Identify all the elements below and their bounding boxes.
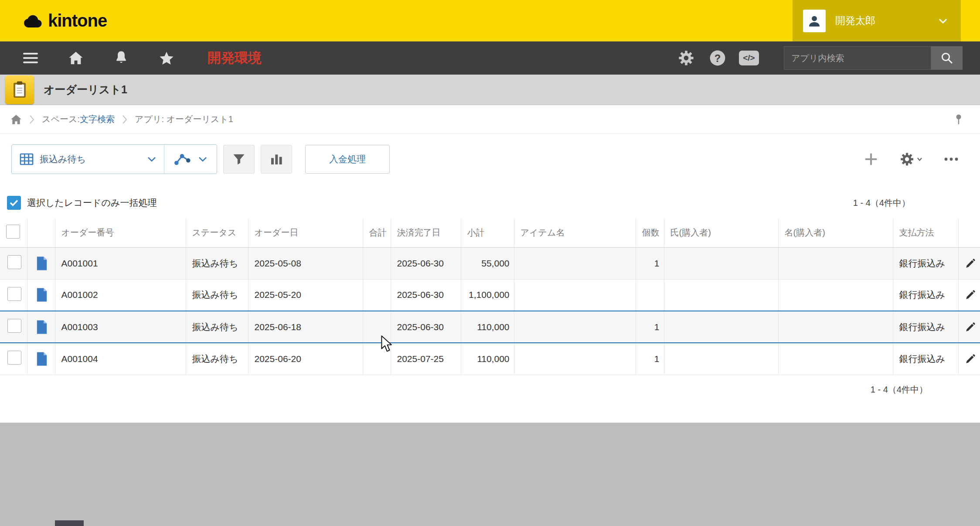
notifications-bell-icon[interactable] (112, 48, 131, 68)
column-header[interactable]: 合計 (363, 219, 391, 247)
bulk-process-label: 選択したレコードのみ一括処理 (27, 197, 157, 209)
settings-gear-icon[interactable] (677, 48, 696, 68)
cell-total (363, 247, 391, 279)
environment-label: 開発環境 (208, 49, 262, 67)
main-content: スペース: 文字検索 アプリ: オーダーリスト1 振込み待ち (0, 105, 980, 423)
view-selector-group: 振込み待ち (11, 144, 217, 174)
column-header[interactable]: 小計 (461, 219, 514, 247)
developer-code-icon[interactable]: </> (739, 48, 759, 68)
cell-payment: 銀行振込み (893, 247, 958, 279)
table-row[interactable]: A001001 振込み待ち 2025-05-08 2025-06-30 55,0… (0, 247, 980, 279)
cell-first-name (778, 343, 893, 375)
app-search (784, 46, 963, 70)
cell-order-date: 2025-05-20 (248, 279, 363, 311)
app-title-band: オーダーリスト1 (0, 75, 980, 105)
cell-last-name (664, 279, 778, 311)
bulk-process-bar: 選択したレコードのみ一括処理 1 - 4（4件中） (7, 195, 963, 211)
brand-name: kintone (48, 11, 107, 31)
breadcrumb-separator-icon (122, 114, 128, 125)
help-icon[interactable]: ? (708, 48, 727, 68)
row-checkbox[interactable] (7, 287, 21, 301)
more-options-button[interactable] (940, 148, 963, 171)
table-view-icon (20, 153, 34, 165)
breadcrumb-home-icon[interactable] (10, 114, 22, 125)
user-menu[interactable]: 開発太郎 (793, 0, 961, 41)
favorites-star-icon[interactable] (157, 48, 176, 68)
global-nav: 開発環境 ? </> (0, 41, 980, 75)
column-header[interactable]: 支払方法 (893, 219, 958, 247)
column-header[interactable]: オーダー日 (248, 219, 363, 247)
breadcrumb-app-label: アプリ: オーダーリスト1 (135, 113, 233, 125)
cell-item-name (514, 343, 636, 375)
table-header-row: オーダー番号 ステータス オーダー日 合計 決済完了日 小計 アイテム名 個数 … (0, 219, 980, 247)
edit-pencil-icon[interactable] (965, 289, 976, 301)
table-row[interactable]: A001002 振込み待ち 2025-05-20 2025-06-30 1,10… (0, 279, 980, 311)
pagination-label: 1 - 4（4件中） (853, 197, 910, 209)
cell-total (363, 279, 391, 311)
chevron-down-icon (917, 157, 922, 161)
search-input[interactable] (784, 46, 931, 70)
record-document-icon[interactable] (34, 256, 51, 271)
cell-settle-date: 2025-06-30 (391, 311, 461, 343)
cell-qty: 1 (636, 311, 664, 343)
record-document-icon[interactable] (34, 287, 51, 302)
pagination-label-bottom: 1 - 4（4件中） (0, 384, 928, 396)
search-button[interactable] (931, 46, 963, 70)
table-row[interactable]: A001003 振込み待ち 2025-06-18 2025-06-30 110,… (0, 311, 980, 343)
bottom-left-tab (55, 520, 84, 526)
cell-qty: 1 (636, 343, 664, 375)
table-row[interactable]: A001004 振込み待ち 2025-06-20 2025-07-25 110,… (0, 343, 980, 375)
column-header[interactable]: アイテム名 (514, 219, 636, 247)
breadcrumb-space-link[interactable]: 文字検索 (80, 113, 115, 125)
cell-qty: 1 (636, 247, 664, 279)
edit-pencil-icon[interactable] (965, 258, 976, 269)
select-all-checkbox[interactable] (6, 225, 20, 239)
row-checkbox[interactable] (7, 255, 21, 269)
record-document-icon[interactable] (34, 352, 51, 366)
list-settings-button[interactable] (900, 148, 922, 171)
column-header[interactable]: 名(購入者) (778, 219, 893, 247)
bulk-process-checkbox[interactable] (7, 196, 21, 210)
chart-button[interactable] (261, 145, 292, 174)
cell-first-name (778, 247, 893, 279)
list-toolbar: 振込み待ち 入金処理 (11, 143, 963, 175)
record-document-icon[interactable] (34, 320, 51, 335)
view-select[interactable]: 振込み待ち (12, 145, 164, 174)
app-title: オーダーリスト1 (44, 82, 127, 97)
records-table: オーダー番号 ステータス オーダー日 合計 決済完了日 小計 アイテム名 個数 … (0, 219, 980, 375)
process-flow-button[interactable] (164, 145, 217, 174)
svg-text:?: ? (715, 52, 721, 64)
cell-subtotal: 110,000 (461, 343, 514, 375)
column-header[interactable]: 決済完了日 (391, 219, 461, 247)
kintone-header: kintone 開発太郎 (0, 0, 980, 41)
add-record-button[interactable] (860, 148, 882, 171)
home-icon[interactable] (66, 48, 85, 68)
cell-item-name (514, 279, 636, 311)
edit-pencil-icon[interactable] (965, 321, 976, 333)
row-checkbox[interactable] (7, 319, 21, 333)
breadcrumb-separator-icon (29, 114, 35, 125)
payment-process-button[interactable]: 入金処理 (305, 145, 390, 174)
chevron-down-icon (198, 157, 207, 162)
pin-icon[interactable] (954, 113, 963, 126)
cell-first-name (778, 279, 893, 311)
kintone-logo: kintone (0, 11, 107, 31)
view-name: 振込み待ち (40, 153, 141, 165)
column-header[interactable]: 個数 (636, 219, 664, 247)
cell-item-name (514, 247, 636, 279)
edit-pencil-icon[interactable] (965, 353, 976, 365)
cell-item-name (514, 311, 636, 343)
cell-payment: 銀行振込み (893, 311, 958, 343)
edit-column-header (958, 219, 980, 247)
cell-subtotal: 55,000 (461, 247, 514, 279)
hamburger-menu-icon[interactable] (21, 48, 40, 68)
breadcrumb: スペース: 文字検索 アプリ: オーダーリスト1 (0, 105, 980, 134)
cell-total (363, 311, 391, 343)
column-header[interactable]: オーダー番号 (55, 219, 186, 247)
cell-order-date: 2025-06-20 (248, 343, 363, 375)
row-checkbox[interactable] (7, 351, 21, 365)
cell-total (363, 343, 391, 375)
filter-button[interactable] (223, 145, 255, 174)
column-header[interactable]: 氏(購入者) (664, 219, 778, 247)
column-header[interactable]: ステータス (186, 219, 248, 247)
